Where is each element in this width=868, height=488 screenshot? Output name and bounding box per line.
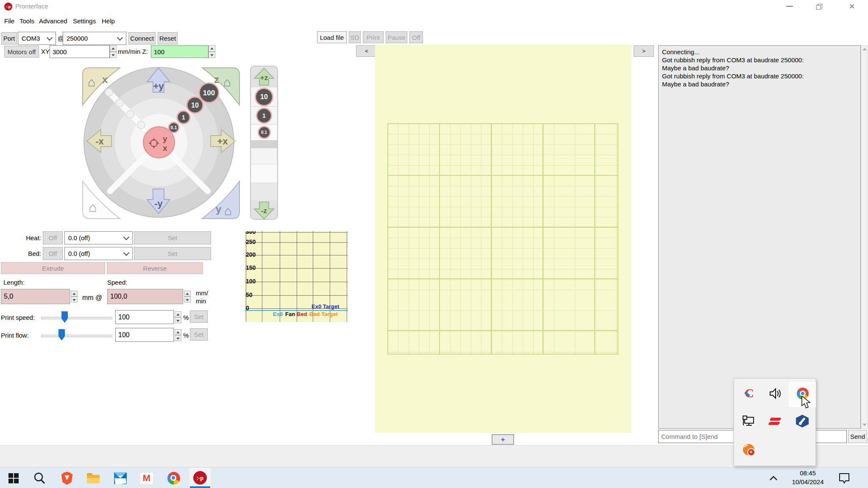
log-scrollbar[interactable] [861,45,868,429]
xy-feedrate-input[interactable] [50,45,110,58]
bed-temp-select[interactable]: 0.0 (off) [64,247,133,260]
port-button[interactable]: Port [1,32,17,44]
volume-tray-icon[interactable] [768,387,782,400]
z-empty-cell[interactable] [251,164,277,183]
log-line: Maybe a bad baudrate? [659,64,860,72]
spin-up-icon[interactable] [175,311,181,317]
port-select[interactable]: COM3 [18,32,56,45]
spin-down-icon[interactable] [175,317,181,323]
bed-grid [387,123,618,355]
clock[interactable]: 08:45 10/04/2024 [783,469,832,488]
print-speed-input[interactable] [115,310,174,324]
menu-file[interactable]: File [4,17,14,25]
load-file-button[interactable]: Load file [317,31,347,43]
print-speed-slider-thumb[interactable] [61,311,68,323]
z-plus-button[interactable]: +z [251,67,277,87]
minimize-button[interactable] [782,0,797,13]
notification-center-button[interactable] [837,471,851,485]
extrude-length-spinner[interactable] [71,291,78,302]
print-flow-set-button: Set [190,328,208,341]
z-step-10-badge[interactable]: 10 [256,89,272,105]
extrude-speed-input[interactable] [107,289,183,304]
pronterface-window: :-p Pronterface ✕ File Tools Advanced Se… [0,0,868,488]
spin-up-icon[interactable] [209,45,215,52]
spin-up-icon[interactable] [175,329,181,335]
mail-taskbar-icon[interactable] [113,471,128,485]
menu-help[interactable]: Help [102,17,115,25]
tray-overflow-popup: C [734,378,816,466]
chevron-down-icon [123,234,129,240]
start-button[interactable] [6,471,21,485]
disconnected-tray-icon[interactable]: ✕ [742,443,755,456]
spin-up-icon[interactable] [184,291,191,297]
heat-off-button: Off [43,231,63,244]
baudrate-value: 250000 [67,35,88,42]
spin-down-icon[interactable] [184,297,191,302]
spin-down-icon[interactable] [175,335,181,341]
title-bar: :-p Pronterface ✕ [0,0,868,13]
spin-down-icon[interactable] [71,297,78,302]
motors-off-button[interactable]: Motors off [4,46,39,58]
spin-up-icon[interactable] [71,291,78,297]
print-flow-input[interactable] [115,328,174,342]
expressvpn-tray-icon[interactable] [768,414,782,428]
display-settings-tray-icon[interactable] [742,414,755,427]
z-step-10-cell[interactable]: 10 [251,87,277,106]
restore-button[interactable] [812,0,827,13]
z-step-1-cell[interactable]: 1 [251,106,277,124]
connect-button[interactable]: Connect [128,32,156,44]
spin-down-icon[interactable] [209,52,215,58]
menu-settings[interactable]: Settings [73,17,96,25]
gmail-taskbar-icon[interactable]: M [139,471,154,485]
spin-down-icon[interactable] [110,52,117,58]
pronterface-taskbar-button[interactable]: :-p [189,468,211,488]
z-empty-cell[interactable] [251,148,277,164]
reset-button[interactable]: Reset [158,32,178,44]
print-flow-spinner[interactable] [175,329,181,341]
legend-ex0-target: Ex0 Target [312,303,339,310]
extrude-length-input[interactable] [1,289,70,304]
z-minus-button[interactable]: -z [251,200,277,220]
jog-center-button[interactable] [143,127,175,158]
menu-bar: File Tools Advanced Settings Help [0,13,868,24]
z-step-1-badge[interactable]: 1 [257,109,271,122]
extrude-button[interactable]: Extrude [1,262,105,274]
spin-up-icon[interactable] [110,45,117,52]
z-feedrate-input[interactable] [151,45,209,58]
print-flow-slider-thumb[interactable] [58,329,65,341]
bed-label: Bed: [17,250,41,257]
z-step-0.1-badge[interactable]: 0.1 [259,127,270,138]
z-feedrate-spinner[interactable] [209,45,215,58]
scroll-down-icon[interactable] [862,424,867,426]
extrude-speed-spinner[interactable] [184,291,191,302]
chevron-down-icon [117,34,123,40]
xy-step-1-label: 1 [182,114,185,121]
xy-feedrate-spinner[interactable] [110,45,117,58]
close-button[interactable]: ✕ [843,0,860,13]
chrome-taskbar-icon[interactable] [167,471,181,485]
z-empty-cell[interactable] [251,183,277,200]
menu-tools[interactable]: Tools [19,17,34,25]
scroll-up-icon[interactable] [862,48,867,50]
file-explorer-taskbar-icon[interactable] [86,471,100,485]
minus-y-label: -y [154,198,163,209]
menu-advanced[interactable]: Advanced [39,17,67,25]
print-flow-slider[interactable] [41,335,112,337]
search-button[interactable] [32,471,47,485]
mouse-cursor [801,396,812,409]
collapse-left-button[interactable]: < [356,45,377,57]
brave-taskbar-icon[interactable] [60,471,74,485]
ccleaner-tray-icon[interactable]: C [743,386,756,400]
z-step-0.1-cell[interactable]: 0.1 [251,124,277,140]
heat-temp-select[interactable]: 0.0 (off) [64,231,133,244]
zoom-in-button[interactable]: + [492,434,514,445]
driver-tool-tray-icon[interactable] [796,414,809,428]
print-speed-slider[interactable] [41,317,112,319]
print-speed-spinner[interactable] [175,311,181,323]
log-panel: Connecting... Got rubbish reply from COM… [658,45,861,429]
collapse-right-button[interactable]: > [634,45,654,57]
tray-chevron-button[interactable] [766,471,781,485]
reverse-button[interactable]: Reverse [107,262,203,274]
baudrate-select[interactable]: 250000 [63,32,126,45]
send-button[interactable]: Send [848,430,867,443]
